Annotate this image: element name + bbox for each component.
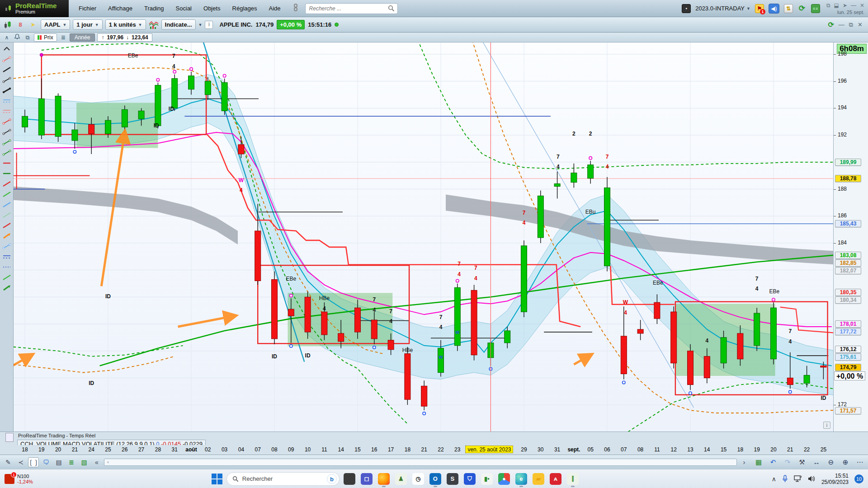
candle-01/08[interactable] [189,76,194,89]
price-marker-188_78[interactable]: 188,78 [835,175,861,182]
draw-tool-trendline-red2[interactable] [1,220,13,230]
list-icon[interactable]: ≣ [59,34,67,41]
tray-expand-icon[interactable]: ∧ [772,475,776,483]
draw-tool-trendline-black[interactable] [1,64,13,75]
app-firefox-icon[interactable] [378,473,390,485]
candle-20/07[interactable] [55,96,61,137]
app-chess-icon[interactable]: ♟ [395,473,407,485]
screenshot-icon[interactable]: ⬓ [834,2,839,9]
draw-tool-trendline-green2[interactable] [1,272,13,282]
draw-tool-segment-bold-black[interactable] [1,85,13,95]
network-icon[interactable] [794,475,802,482]
price-marker-171_57[interactable]: 171,57 [835,407,861,414]
close-icon[interactable]: ✕ [860,2,864,9]
link-icon[interactable] [292,4,299,14]
candle-07/09[interactable] [621,336,627,374]
draw-tool-trendline-red[interactable] [1,178,13,189]
taskbar-search[interactable]: Rechercher b [226,472,340,486]
draw-tool-segment-red2[interactable] [1,116,13,127]
price-marker-183_08[interactable]: 183,08 [835,252,861,259]
draw-tool-segment-blue[interactable] [1,241,13,251]
candle-06/09[interactable] [604,188,610,266]
candle-17/08[interactable] [388,340,394,350]
timeframe-selector[interactable]: 1 jour▼ [73,19,102,30]
microphone-icon[interactable] [782,475,788,483]
candle-22/09[interactable] [804,375,810,383]
pin-icon[interactable]: ➤ [843,2,847,9]
minimize-icon[interactable]: — [851,2,856,9]
trend-arrow[interactable] [14,355,32,366]
candle-11/08[interactable] [321,312,327,335]
candle-19/07[interactable] [38,99,44,136]
price-marker-182_07[interactable]: 182,07 [835,267,861,274]
price-marker-180_34[interactable]: 180,34 [835,296,861,304]
chart-window-icon[interactable]: ▧ [79,457,90,467]
candle-18/09[interactable] [737,333,743,359]
menu-social[interactable]: Social [176,5,192,12]
candle-30/08[interactable] [538,196,543,238]
indicators-chevron-icon[interactable]: ▼ [198,23,203,27]
candle-09/08[interactable] [288,309,294,316]
candle-18/07[interactable] [22,116,28,127]
menu-trading[interactable]: Trading [144,5,164,12]
trend-arrow[interactable] [101,132,125,286]
zoom-in-icon[interactable]: ⊕ [840,457,851,467]
candle-04/08[interactable] [238,145,244,154]
search-icon[interactable] [388,5,395,12]
chart-scrollbar[interactable]: ‹ [104,459,737,466]
candle-14/09[interactable] [704,357,710,378]
start-button[interactable] [212,474,222,484]
info-icon[interactable]: i [205,21,213,29]
price-marker-176_12[interactable]: 176,12 [835,346,861,353]
draw-tool-hline-green[interactable] [1,168,13,178]
brackets-icon[interactable]: ❲❳ [28,457,39,467]
app-chrome-icon[interactable]: ● [498,473,510,485]
app-edge-icon[interactable]: e [515,473,527,485]
draw-tool-thin-green[interactable] [1,210,13,220]
candle-26/07[interactable] [122,109,127,127]
app-files-icon[interactable]: ▰ [533,473,544,485]
units-selector[interactable]: 1 k unités▼ [105,19,146,30]
candle-24/07[interactable] [89,124,94,134]
price-marker-175_61[interactable]: 175,61 [835,353,861,361]
global-search[interactable] [305,3,398,14]
price-marker-177_72[interactable]: 177,72 [835,328,861,335]
candle-23/08[interactable] [454,287,460,345]
news-icon[interactable]: ▤ [53,457,64,467]
price-marker-174_79[interactable]: 174,79 [835,364,861,371]
candle-21/07[interactable] [72,130,78,141]
candle-25/07[interactable] [105,120,111,134]
candle-24/08[interactable] [471,290,477,355]
chart-info-icon[interactable]: i [823,422,830,429]
speaker-icon[interactable]: ◀) [769,4,779,14]
share-icon[interactable]: ≺ [15,457,26,467]
candle-10/08[interactable] [305,297,311,332]
app-adobe-icon[interactable]: ᴀ [550,473,561,485]
app-clock-icon[interactable]: ◷ [412,473,424,485]
candle-03/08[interactable] [222,83,227,111]
price-marker-189_99[interactable]: 189,99 [835,159,861,166]
indicators-button[interactable]: Indicate... [161,19,196,30]
trend-arrow[interactable] [574,355,590,365]
symbol-selector[interactable]: AAPL▼ [41,19,70,30]
lock-icon[interactable]: ⇅ [784,4,793,13]
server-icon[interactable]: ≡≡ [811,4,820,13]
cursor-icon[interactable]: ➤ [28,20,38,30]
bell-icon[interactable] [13,33,21,41]
price-marker-178_01[interactable]: 178,01 [835,320,861,328]
window-restore-icon[interactable]: ⧉ [849,21,853,28]
menu-fichier[interactable]: Fichier [79,5,96,12]
notification-badge[interactable]: 10 [854,474,863,483]
draw-tool-arrow-orange[interactable] [1,230,13,241]
workspace-selector[interactable]: 2023.0-INTRADAY ▼ [695,5,750,12]
refresh-icon[interactable]: ⟳ [828,20,834,29]
date-label-23[interactable]: 23 [448,446,467,453]
candle-14/08[interactable] [338,333,344,342]
window-close-icon[interactable]: ✕ [858,21,863,28]
candle-21/08[interactable] [421,386,427,406]
window-minimize-icon[interactable]: — [839,21,844,28]
draw-pencil-icon[interactable]: ✎ [3,457,14,467]
draw-tool-dotted-blue[interactable] [1,262,13,272]
app-darkfolder-icon[interactable] [344,473,355,485]
draw-tool-segment-green2[interactable] [1,147,13,158]
